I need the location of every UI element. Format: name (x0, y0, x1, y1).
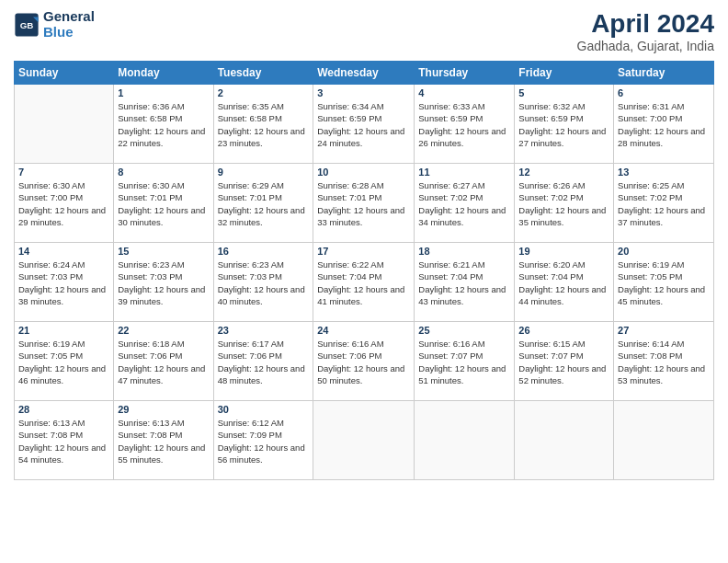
day-number: 19 (518, 246, 609, 257)
day-info: Sunrise: 6:21 AMSunset: 7:04 PMDaylight:… (418, 259, 510, 307)
day-info: Sunrise: 6:31 AMSunset: 7:00 PMDaylight:… (618, 100, 710, 149)
day-info: Sunrise: 6:30 AMSunset: 7:01 PMDaylight:… (118, 179, 209, 228)
calendar-cell: 13Sunrise: 6:25 AMSunset: 7:02 PMDayligh… (614, 164, 714, 243)
calendar-cell: 16Sunrise: 6:23 AMSunset: 7:03 PMDayligh… (213, 243, 313, 322)
week-row-5: 28Sunrise: 6:13 AMSunset: 7:08 PMDayligh… (15, 401, 714, 480)
logo-icon: GB (14, 12, 40, 38)
day-info: Sunrise: 6:28 AMSunset: 7:01 PMDaylight:… (317, 179, 410, 228)
day-info: Sunrise: 6:30 AMSunset: 7:00 PMDaylight:… (18, 179, 109, 228)
day-info: Sunrise: 6:22 AMSunset: 7:04 PMDaylight:… (317, 259, 410, 307)
calendar-cell: 24Sunrise: 6:16 AMSunset: 7:06 PMDayligh… (313, 322, 415, 401)
day-header-tuesday: Tuesday (213, 62, 313, 85)
calendar-cell: 18Sunrise: 6:21 AMSunset: 7:04 PMDayligh… (415, 243, 515, 322)
calendar-cell: 7Sunrise: 6:30 AMSunset: 7:00 PMDaylight… (15, 164, 114, 243)
calendar-cell: 12Sunrise: 6:26 AMSunset: 7:02 PMDayligh… (515, 164, 614, 243)
calendar-cell: 20Sunrise: 6:19 AMSunset: 7:05 PMDayligh… (614, 243, 714, 322)
day-info: Sunrise: 6:34 AMSunset: 6:59 PMDaylight:… (317, 100, 410, 149)
calendar-cell: 15Sunrise: 6:23 AMSunset: 7:03 PMDayligh… (114, 243, 213, 322)
day-number: 21 (18, 325, 109, 336)
calendar-cell: 23Sunrise: 6:17 AMSunset: 7:06 PMDayligh… (213, 322, 313, 401)
day-header-sunday: Sunday (15, 62, 114, 85)
day-info: Sunrise: 6:19 AMSunset: 7:05 PMDaylight:… (618, 259, 710, 307)
week-row-4: 21Sunrise: 6:19 AMSunset: 7:05 PMDayligh… (15, 322, 714, 401)
calendar-cell: 4Sunrise: 6:33 AMSunset: 6:59 PMDaylight… (415, 85, 515, 164)
calendar-cell: 2Sunrise: 6:35 AMSunset: 6:58 PMDaylight… (213, 85, 313, 164)
day-info: Sunrise: 6:24 AMSunset: 7:03 PMDaylight:… (18, 259, 109, 307)
calendar-cell: 19Sunrise: 6:20 AMSunset: 7:04 PMDayligh… (515, 243, 614, 322)
calendar-cell: 10Sunrise: 6:28 AMSunset: 7:01 PMDayligh… (313, 164, 415, 243)
calendar-cell: 5Sunrise: 6:32 AMSunset: 6:59 PMDaylight… (515, 85, 614, 164)
day-info: Sunrise: 6:13 AMSunset: 7:08 PMDaylight:… (18, 417, 109, 465)
header: GB General Blue April 2024 Gadhada, Guja… (14, 9, 714, 53)
day-header-saturday: Saturday (614, 62, 714, 85)
title-block: April 2024 Gadhada, Gujarat, India (577, 9, 714, 53)
day-info: Sunrise: 6:33 AMSunset: 6:59 PMDaylight:… (418, 100, 510, 149)
day-info: Sunrise: 6:14 AMSunset: 7:08 PMDaylight:… (618, 338, 710, 386)
day-number: 13 (618, 167, 710, 178)
day-info: Sunrise: 6:23 AMSunset: 7:03 PMDaylight:… (118, 259, 209, 307)
day-info: Sunrise: 6:27 AMSunset: 7:02 PMDaylight:… (418, 179, 510, 228)
calendar-cell: 21Sunrise: 6:19 AMSunset: 7:05 PMDayligh… (15, 322, 114, 401)
svg-text:GB: GB (20, 19, 34, 29)
day-info: Sunrise: 6:23 AMSunset: 7:03 PMDaylight:… (218, 259, 310, 307)
logo-text-general: General (43, 9, 95, 25)
day-number: 2 (218, 87, 310, 98)
month-title: April 2024 (577, 9, 714, 39)
calendar-cell: 17Sunrise: 6:22 AMSunset: 7:04 PMDayligh… (313, 243, 415, 322)
day-number: 12 (518, 167, 609, 178)
calendar-cell: 28Sunrise: 6:13 AMSunset: 7:08 PMDayligh… (15, 401, 114, 480)
day-header-monday: Monday (114, 62, 213, 85)
day-number: 28 (18, 404, 109, 415)
calendar-cell (614, 401, 714, 480)
day-header-wednesday: Wednesday (313, 62, 415, 85)
day-header-thursday: Thursday (415, 62, 515, 85)
day-info: Sunrise: 6:16 AMSunset: 7:07 PMDaylight:… (418, 338, 510, 386)
day-number: 7 (18, 167, 109, 178)
day-info: Sunrise: 6:16 AMSunset: 7:06 PMDaylight:… (317, 338, 410, 386)
day-number: 26 (518, 325, 609, 336)
calendar-cell (515, 401, 614, 480)
day-number: 4 (418, 87, 510, 98)
day-number: 9 (218, 167, 310, 178)
day-number: 15 (118, 246, 209, 257)
day-info: Sunrise: 6:26 AMSunset: 7:02 PMDaylight:… (518, 179, 609, 228)
calendar-cell: 14Sunrise: 6:24 AMSunset: 7:03 PMDayligh… (15, 243, 114, 322)
calendar-cell: 25Sunrise: 6:16 AMSunset: 7:07 PMDayligh… (415, 322, 515, 401)
day-info: Sunrise: 6:17 AMSunset: 7:06 PMDaylight:… (218, 338, 310, 386)
day-number: 3 (317, 87, 410, 98)
calendar-container: GB General Blue April 2024 Gadhada, Guja… (0, 0, 728, 489)
day-number: 20 (618, 246, 710, 257)
day-number: 27 (618, 325, 710, 336)
calendar-cell (313, 401, 415, 480)
day-header-friday: Friday (515, 62, 614, 85)
day-info: Sunrise: 6:20 AMSunset: 7:04 PMDaylight:… (518, 259, 609, 307)
day-info: Sunrise: 6:32 AMSunset: 6:59 PMDaylight:… (518, 100, 609, 149)
calendar-table: SundayMondayTuesdayWednesdayThursdayFrid… (14, 61, 714, 480)
calendar-cell: 30Sunrise: 6:12 AMSunset: 7:09 PMDayligh… (213, 401, 313, 480)
day-info: Sunrise: 6:25 AMSunset: 7:02 PMDaylight:… (618, 179, 710, 228)
day-number: 17 (317, 246, 410, 257)
day-number: 8 (118, 167, 209, 178)
day-number: 25 (418, 325, 510, 336)
days-header-row: SundayMondayTuesdayWednesdayThursdayFrid… (15, 62, 714, 85)
day-info: Sunrise: 6:15 AMSunset: 7:07 PMDaylight:… (518, 338, 609, 386)
calendar-cell: 3Sunrise: 6:34 AMSunset: 6:59 PMDaylight… (313, 85, 415, 164)
calendar-cell: 9Sunrise: 6:29 AMSunset: 7:01 PMDaylight… (213, 164, 313, 243)
day-number: 5 (518, 87, 609, 98)
day-number: 18 (418, 246, 510, 257)
day-number: 24 (317, 325, 410, 336)
calendar-cell: 8Sunrise: 6:30 AMSunset: 7:01 PMDaylight… (114, 164, 213, 243)
day-number: 22 (118, 325, 209, 336)
logo: GB General Blue (14, 9, 95, 40)
calendar-cell: 6Sunrise: 6:31 AMSunset: 7:00 PMDaylight… (614, 85, 714, 164)
logo-text-blue: Blue (43, 25, 95, 40)
day-number: 1 (118, 87, 209, 98)
week-row-3: 14Sunrise: 6:24 AMSunset: 7:03 PMDayligh… (15, 243, 714, 322)
day-info: Sunrise: 6:29 AMSunset: 7:01 PMDaylight:… (218, 179, 310, 228)
calendar-cell (415, 401, 515, 480)
calendar-cell: 11Sunrise: 6:27 AMSunset: 7:02 PMDayligh… (415, 164, 515, 243)
day-number: 11 (418, 167, 510, 178)
day-info: Sunrise: 6:13 AMSunset: 7:08 PMDaylight:… (118, 417, 209, 465)
calendar-cell: 26Sunrise: 6:15 AMSunset: 7:07 PMDayligh… (515, 322, 614, 401)
day-info: Sunrise: 6:35 AMSunset: 6:58 PMDaylight:… (218, 100, 310, 149)
